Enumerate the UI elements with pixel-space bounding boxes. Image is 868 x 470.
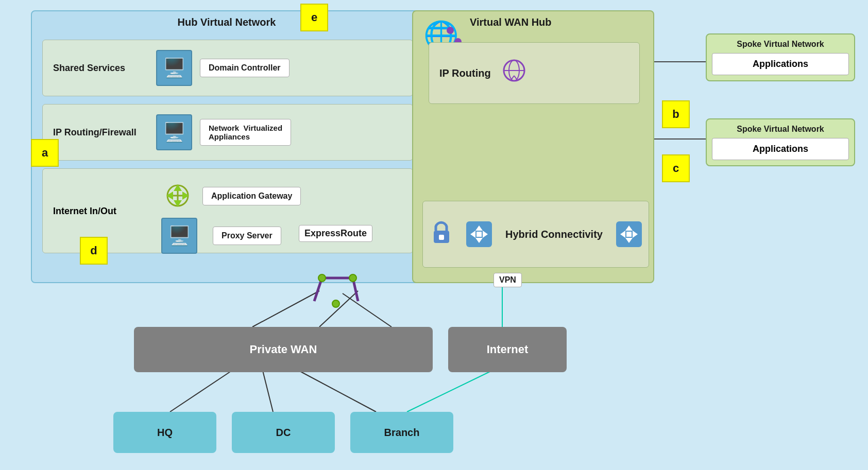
label-d: d <box>80 237 108 265</box>
proxy-server-box: Proxy Server <box>213 227 281 245</box>
hq-label: HQ <box>157 427 173 439</box>
spoke-vnet-2-app: Applications <box>712 138 849 160</box>
svg-line-10 <box>263 371 273 412</box>
shared-services-icon: 🖥️ <box>156 50 192 86</box>
wan-hub-title: Virtual WAN Hub <box>470 16 552 28</box>
dc-box: DC <box>232 412 335 453</box>
spoke-vnet-1: Spoke Virtual Network Applications <box>706 33 855 81</box>
ip-routing-firewall-row: IP Routing/Firewall 🖥️ Network Virtualiz… <box>42 104 413 161</box>
shared-services-row: Shared Services 🖥️ Domain Controller <box>42 40 413 96</box>
dc-label: DC <box>276 427 291 439</box>
svg-rect-26 <box>439 235 444 240</box>
svg-line-11 <box>299 371 376 412</box>
spoke-vnet-2-title: Spoke Virtual Network <box>712 125 849 134</box>
spoke-vnet-1-title: Spoke Virtual Network <box>712 40 849 49</box>
branch-box: Branch <box>350 412 453 453</box>
internet-box: Internet <box>448 327 567 372</box>
domain-controller-box: Domain Controller <box>200 59 290 77</box>
monitor-icon: 🖥️ <box>163 57 186 79</box>
internet-label: Internet <box>487 343 529 356</box>
label-e: e <box>300 4 328 31</box>
svg-line-9 <box>170 371 232 412</box>
expressroute-label: ExpressRoute <box>299 225 372 242</box>
private-wan-label: Private WAN <box>250 343 317 356</box>
routing-label: IP Routing <box>439 67 491 79</box>
hybrid-connectivity-label: Hybrid Connectivity <box>505 229 603 240</box>
internet-inout-label: Internet In/Out <box>53 205 116 216</box>
svg-marker-28 <box>475 238 483 243</box>
routing-icon <box>501 58 527 89</box>
label-a: a <box>31 139 59 167</box>
svg-line-23 <box>512 76 514 79</box>
move-icon-left <box>466 221 492 247</box>
spoke-vnet-2: Spoke Virtual Network Applications <box>706 118 855 166</box>
svg-marker-34 <box>620 231 625 238</box>
svg-line-12 <box>407 371 492 412</box>
svg-point-42 <box>332 300 339 307</box>
diagram-container: Hub Virtual Network Shared Services 🖥️ D… <box>0 0 868 470</box>
monitor-icon-3: 🖥️ <box>168 225 191 247</box>
spoke-vnet-1-app: Applications <box>712 53 849 75</box>
svg-marker-30 <box>483 231 488 238</box>
hybrid-connectivity-box: Hybrid Connectivity <box>422 201 649 268</box>
svg-line-24 <box>514 76 517 79</box>
app-gateway-icon <box>161 179 195 213</box>
expressroute-triangle <box>307 273 368 316</box>
hub-vnet-title: Hub Virtual Network <box>178 16 276 28</box>
hq-box: HQ <box>113 412 216 453</box>
svg-marker-33 <box>625 238 633 243</box>
shared-services-label: Shared Services <box>43 63 156 74</box>
private-wan-box: Private WAN <box>134 327 433 372</box>
nva-box: Network VirtualizedAppliances <box>200 119 291 146</box>
ip-routing-icon: 🖥️ <box>156 114 192 150</box>
proxy-server-row: 🖥️ Proxy Server <box>161 218 281 254</box>
ip-routing-firewall-label: IP Routing/Firewall <box>43 127 156 138</box>
app-gateway-box: Application Gateway <box>202 187 301 205</box>
svg-marker-27 <box>475 225 483 231</box>
vpn-label: VPN <box>493 273 522 287</box>
move-icon-right <box>616 221 642 247</box>
label-b: b <box>662 100 690 128</box>
lock-icon-left <box>430 219 453 250</box>
svg-rect-36 <box>626 232 632 237</box>
svg-rect-31 <box>476 232 482 237</box>
svg-marker-29 <box>470 231 475 238</box>
routing-box: IP Routing <box>429 42 640 104</box>
proxy-server-icon: 🖥️ <box>161 218 197 254</box>
monitor-icon-2: 🖥️ <box>163 121 186 143</box>
branch-label: Branch <box>384 427 420 439</box>
label-c: c <box>662 154 690 182</box>
svg-marker-35 <box>633 231 638 238</box>
svg-point-40 <box>318 274 326 282</box>
app-gateway-row: Application Gateway <box>161 179 301 213</box>
svg-marker-32 <box>625 225 633 231</box>
svg-point-41 <box>349 274 356 282</box>
